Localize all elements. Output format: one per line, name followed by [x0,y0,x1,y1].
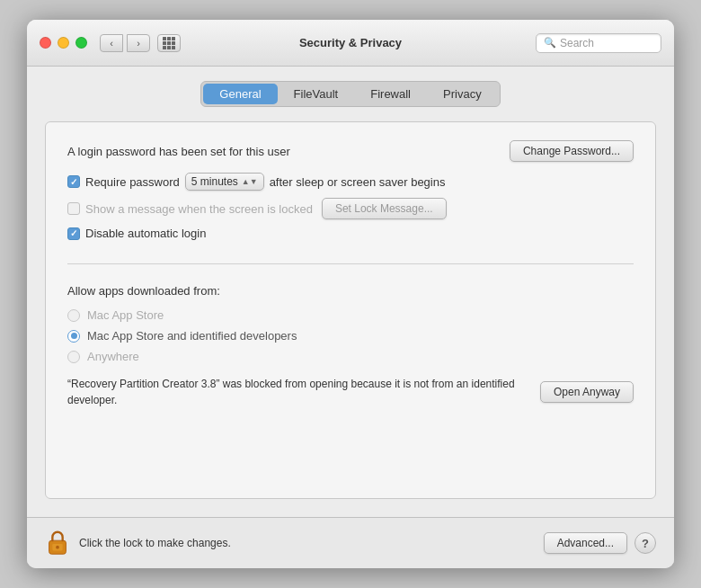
maximize-button[interactable] [75,37,87,49]
help-button[interactable]: ? [634,532,656,554]
traffic-lights [40,37,87,49]
minimize-button[interactable] [58,37,69,49]
back-button[interactable]: ‹ [100,34,123,52]
disable-login-label: Disable automatic login [85,227,206,240]
footer: Click the lock to make changes. Advanced… [27,517,674,568]
login-password-row: A login password has been set for this u… [67,140,634,162]
radio-anywhere[interactable] [67,351,80,363]
forward-button[interactable]: › [127,34,150,52]
svg-point-2 [56,546,59,549]
blocked-app-text: “Recovery Partition Creator 3.8” was blo… [67,376,528,408]
require-password-label: Require password [85,175,180,189]
show-message-row: Show a message when the screen is locked… [67,198,634,219]
radio-anywhere-row: Anywhere [67,350,634,363]
tabs: General FileVault Firewall Privacy [200,81,500,107]
lock-text: Click the lock to make changes. [79,537,544,549]
tab-filevault[interactable]: FileVault [278,84,355,104]
main-panel: A login password has been set for this u… [45,121,656,499]
titlebar: ‹ › Security & Privacy 🔍 Search [27,20,674,67]
radio-mac-identified-label: Mac App Store and identified developers [87,329,297,343]
close-button[interactable] [40,37,51,49]
footer-buttons: Advanced... ? [544,532,656,554]
tabs-container: General FileVault Firewall Privacy [45,81,656,107]
tab-general[interactable]: General [203,84,277,104]
search-box[interactable]: 🔍 Search [536,33,661,53]
app-grid-button[interactable] [157,34,181,52]
grid-icon [163,37,175,49]
disable-login-row: Disable automatic login [67,227,634,240]
content-area: General FileVault Firewall Privacy A log… [27,67,674,517]
change-password-button[interactable]: Change Password... [510,140,634,162]
password-section: A login password has been set for this u… [67,140,634,264]
nav-buttons: ‹ › [100,34,150,52]
radio-mac-app-store-row: Mac App Store [67,308,634,322]
search-placeholder: Search [560,37,594,49]
open-anyway-button[interactable]: Open Anyway [540,381,634,403]
dropdown-value: 5 minutes [191,175,238,188]
advanced-button[interactable]: Advanced... [544,532,627,554]
require-password-checkbox[interactable] [67,175,80,188]
password-time-dropdown[interactable]: 5 minutes ▲▼ [185,173,264,191]
tab-firewall[interactable]: Firewall [354,84,427,104]
radio-mac-identified-row: Mac App Store and identified developers [67,329,634,343]
radio-mac-app-store-label: Mac App Store [87,308,164,322]
show-message-label: Show a message when the screen is locked [85,202,313,216]
dropdown-arrow-icon: ▲▼ [242,177,258,186]
main-window: ‹ › Security & Privacy 🔍 Search General … [27,20,674,568]
radio-mac-identified[interactable] [67,330,80,343]
after-sleep-label: after sleep or screen saver begins [270,175,446,189]
allow-apps-label: Allow apps downloaded from: [67,284,634,298]
lock-icon[interactable] [45,529,70,557]
apps-section: Allow apps downloaded from: Mac App Stor… [67,281,634,408]
tab-privacy[interactable]: Privacy [427,84,498,104]
radio-anywhere-label: Anywhere [87,350,139,363]
login-password-text: A login password has been set for this u… [67,145,290,158]
search-icon: 🔍 [544,37,556,49]
show-message-checkbox[interactable] [67,202,80,215]
window-title: Security & Privacy [299,36,402,49]
radio-mac-app-store[interactable] [67,309,80,322]
set-lock-message-button[interactable]: Set Lock Message... [322,198,447,219]
disable-login-checkbox[interactable] [67,227,80,240]
blocked-app-row: “Recovery Partition Creator 3.8” was blo… [67,376,634,408]
require-password-row: Require password 5 minutes ▲▼ after slee… [67,173,634,191]
